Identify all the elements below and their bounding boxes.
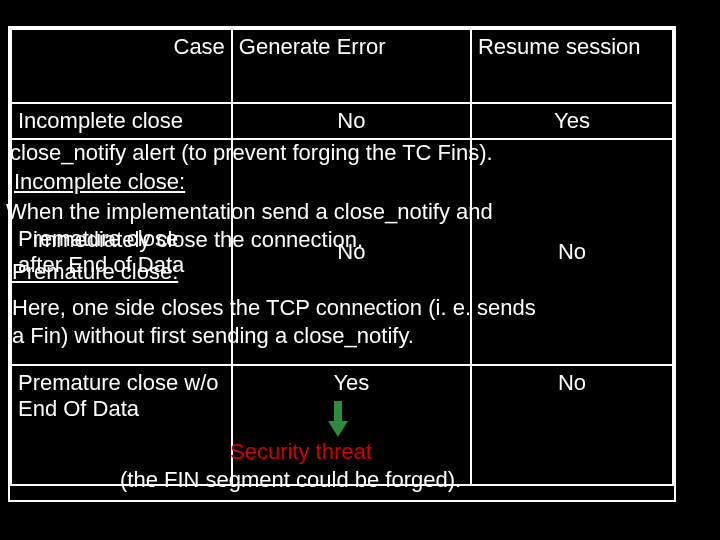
cell-case: Incomplete close [11, 103, 232, 139]
table-header-row: Case Generate Error Resume session [11, 29, 673, 103]
overlay-premature-heading: Premature close: [12, 258, 178, 286]
cell-gen: No [232, 103, 471, 139]
cell-resume: No [471, 139, 673, 365]
down-arrow-icon [328, 401, 348, 441]
table-row: Incomplete close No Yes [11, 103, 673, 139]
overlay-close-notify: close_notify alert (to prevent forging t… [10, 139, 493, 167]
col-header-generate-error: Generate Error [232, 29, 471, 103]
overlay-impl-line2: immediately close the connection. [33, 226, 363, 254]
overlay-forged: (the FIN segment could be forged). [120, 466, 461, 494]
cell-resume: Yes [471, 103, 673, 139]
overlay-incomplete-heading: Incomplete close: [14, 168, 185, 196]
col-header-resume-session: Resume session [471, 29, 673, 103]
cell-resume: No [471, 365, 673, 485]
overlay-impl-line1: When the implementation send a close_not… [6, 198, 493, 226]
col-header-case: Case [11, 29, 232, 103]
overlay-here-line2: a Fin) without first sending a close_not… [12, 322, 414, 350]
overlay-security-threat: Security threat [230, 438, 372, 466]
overlay-here-line1: Here, one side closes the TCP connection… [12, 294, 536, 322]
